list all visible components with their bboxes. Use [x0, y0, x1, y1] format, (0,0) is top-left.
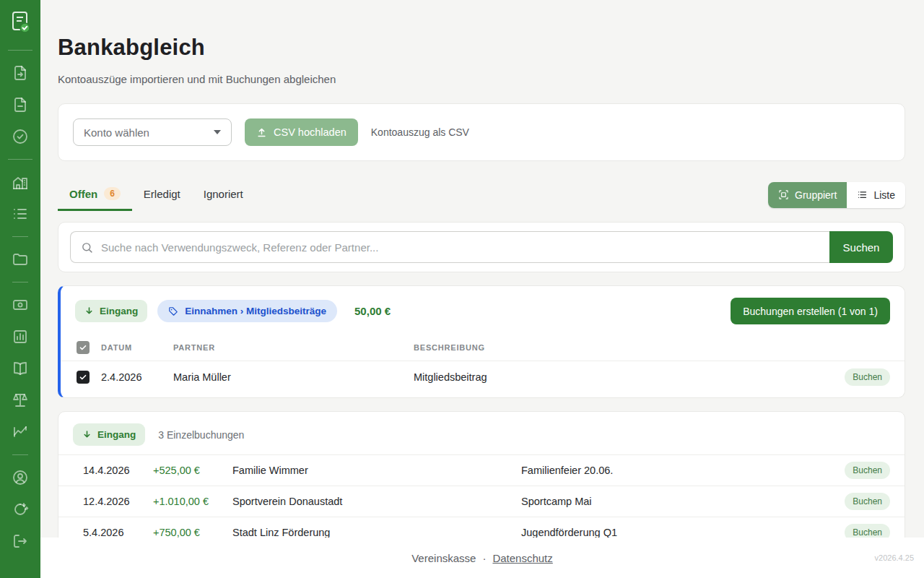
upload-icon — [256, 127, 267, 138]
tx-description: Jugendförderung Q1 — [521, 527, 829, 538]
tx-description: Sportcamp Mai — [521, 496, 829, 507]
search-button[interactable]: Suchen — [829, 231, 893, 263]
list-label: Liste — [873, 189, 895, 201]
view-toggle-grouped[interactable]: Gruppiert — [768, 182, 847, 208]
tab-ignoriert[interactable]: Ignoriert — [192, 178, 255, 211]
bar-chart-icon[interactable] — [12, 328, 29, 345]
tx-amount: +1.010,00 € — [153, 496, 232, 507]
tabs-row: Offen 6 Erledigt Ignoriert Gruppiert Lis… — [58, 178, 905, 211]
tx-description: Familienfeier 20.06. — [521, 465, 829, 476]
list-icon[interactable] — [12, 205, 29, 223]
csv-upload-label: CSV hochladen — [274, 126, 346, 138]
tab-offen[interactable]: Offen 6 — [58, 178, 132, 211]
footer-app-name: Vereinskasse — [411, 552, 476, 564]
account-select[interactable]: Konto wählen — [73, 118, 232, 146]
matched-transactions-table: Datum Partner Beschreibung 2.4.2026 Mari… — [61, 335, 905, 393]
version-label: v2026.4.25 — [875, 553, 914, 562]
buchen-badge[interactable]: Buchen — [845, 368, 890, 386]
search-input-wrap — [70, 231, 829, 263]
file-export-icon[interactable] — [12, 64, 29, 82]
scales-icon[interactable] — [12, 392, 29, 409]
chevron-down-icon — [214, 130, 221, 134]
direction-badge: Eingang — [73, 423, 145, 446]
logout-icon[interactable] — [12, 532, 29, 550]
upload-hint: Kontoauszug als CSV — [371, 126, 469, 138]
cell-description: Mitgliedsbeitrag — [414, 361, 844, 394]
page-subtitle: Kontoauszüge importieren und mit Buchung… — [58, 73, 905, 85]
view-toggle-list[interactable]: Liste — [847, 182, 905, 208]
view-toggle: Gruppiert Liste — [768, 182, 905, 208]
direction-badge: Eingang — [75, 300, 147, 322]
create-bookings-button[interactable]: Buchungen erstellen (1 von 1) — [731, 298, 890, 324]
grouped-label: Gruppiert — [795, 189, 837, 201]
list-item: 14.4.2026 +525,00 € Familie Wimmer Famil… — [58, 454, 905, 486]
building-icon[interactable] — [12, 173, 29, 191]
user-icon[interactable] — [12, 469, 29, 486]
book-icon[interactable] — [12, 360, 29, 377]
tx-partner: Stadt Linz Förderung — [232, 527, 521, 538]
list-view-icon — [857, 189, 868, 200]
tab-erledigt[interactable]: Erledigt — [132, 178, 192, 211]
buchen-badge[interactable]: Buchen — [845, 493, 890, 510]
column-header-partner: Partner — [173, 335, 414, 361]
tab-ignoriert-label: Ignoriert — [204, 188, 243, 200]
sidebar-divider — [8, 50, 32, 51]
arrow-down-icon — [82, 430, 92, 439]
table-header-row: Datum Partner Beschreibung — [61, 335, 905, 361]
transaction-group-matched: Eingang Einnahmen › Mitgliedsbeiträge 50… — [58, 285, 905, 398]
search-bar: Suchen — [58, 222, 905, 272]
chart-line-icon[interactable] — [12, 423, 29, 441]
sidebar-divider — [12, 236, 28, 237]
tx-date: 12.4.2026 — [83, 496, 153, 507]
theme-icon[interactable] — [12, 501, 29, 518]
tab-offen-count-badge: 6 — [104, 187, 121, 200]
footer: Vereinskasse · Datenschutz v2026.4.25 — [40, 538, 924, 578]
footer-separator: · — [482, 552, 486, 564]
category-label: Einnahmen › Mitgliedsbeiträge — [185, 306, 326, 316]
group-header: Eingang Einnahmen › Mitgliedsbeiträge 50… — [61, 298, 905, 327]
column-header-date: Datum — [101, 335, 173, 361]
account-select-value: Konto wählen — [84, 126, 149, 139]
group-view-icon — [778, 189, 789, 200]
page-title: Bankabgleich — [58, 0, 905, 61]
privacy-link[interactable]: Datenschutz — [492, 552, 552, 564]
search-icon — [81, 241, 93, 254]
folder-icon[interactable] — [12, 251, 29, 268]
cell-partner: Maria Müller — [173, 361, 414, 394]
tx-amount: +750,00 € — [153, 527, 232, 538]
row-checkbox[interactable] — [77, 371, 90, 384]
group-subtitle: 3 Einzelbuchungen — [158, 429, 244, 441]
search-input[interactable] — [101, 241, 819, 254]
tab-offen-label: Offen — [69, 188, 97, 200]
tx-date: 5.4.2026 — [83, 527, 153, 538]
banknote-icon[interactable] — [12, 296, 29, 314]
column-header-description: Beschreibung — [414, 335, 844, 361]
direction-label: Eingang — [97, 429, 136, 440]
direction-label: Eingang — [100, 306, 138, 316]
tx-amount: +525,00 € — [153, 465, 232, 476]
sidebar-divider — [12, 282, 28, 282]
tab-erledigt-label: Erledigt — [144, 188, 180, 200]
sidebar-divider — [8, 159, 32, 160]
tx-date: 14.4.2026 — [83, 465, 153, 476]
list-item: 12.4.2026 +1.010,00 € Sportverein Donaus… — [58, 486, 905, 517]
tx-partner: Sportverein Donaustadt — [232, 496, 521, 507]
arrow-down-icon — [84, 306, 94, 316]
buchen-badge[interactable]: Buchen — [845, 462, 890, 479]
tag-icon — [168, 306, 178, 316]
category-badge: Einnahmen › Mitgliedsbeiträge — [157, 300, 337, 322]
file-document-icon[interactable] — [12, 96, 29, 113]
app-logo-document-check-icon[interactable] — [9, 10, 32, 35]
group-header: Eingang 3 Einzelbuchungen — [58, 423, 905, 449]
check-circle-icon[interactable] — [12, 128, 29, 145]
cell-date: 2.4.2026 — [101, 361, 173, 394]
table-row: 2.4.2026 Maria Müller Mitgliedsbeitrag B… — [61, 361, 905, 394]
import-toolbar: Konto wählen CSV hochladen Kontoauszug a… — [58, 103, 905, 161]
sidebar-divider — [12, 454, 28, 455]
tx-partner: Familie Wimmer — [232, 465, 521, 476]
csv-upload-button[interactable]: CSV hochladen — [245, 118, 358, 146]
group-amount: 50,00 € — [354, 305, 391, 317]
select-all-checkbox[interactable] — [77, 341, 90, 354]
sidebar — [0, 0, 40, 578]
main-content: Bankabgleich Kontoauszüge importieren un… — [40, 0, 924, 578]
